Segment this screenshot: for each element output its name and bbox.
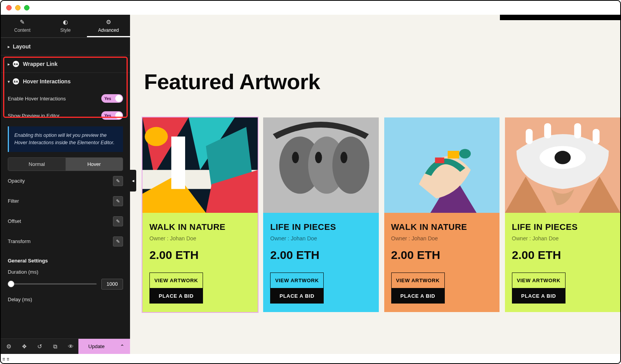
duration-input[interactable] (101, 279, 123, 290)
svg-rect-8 (171, 136, 185, 189)
svg-rect-27 (574, 123, 581, 138)
resize-grip[interactable]: ⠿⠿ (2, 358, 11, 362)
svg-rect-26 (544, 123, 551, 138)
sidebar-bottom-bar: ⚙ ❖ ↺ ⧉ 👁 Update ⌃ (1, 338, 130, 354)
view-artwork-button[interactable]: VIEW ARTWORK (391, 273, 445, 288)
view-artwork-button[interactable]: VIEW ARTWORK (270, 273, 324, 288)
navigator-button[interactable]: ❖ (16, 339, 32, 354)
toggle-value: Yes (104, 114, 111, 118)
place-bid-button[interactable]: PLACE A BID (391, 288, 445, 304)
delay-label: Delay (ms) (8, 294, 123, 302)
tab-style[interactable]: ◐ Style (44, 15, 87, 37)
contrast-icon: ◐ (44, 19, 87, 26)
minimize-traffic-light[interactable] (15, 5, 21, 10)
tab-advanced[interactable]: ⚙ Advanced (87, 15, 130, 37)
close-traffic-light[interactable] (6, 5, 12, 10)
layers-icon: ❖ (22, 343, 27, 350)
artwork-owner: Owner : Johan Doe (270, 235, 371, 242)
editor-sidebar: ✎ Content ◐ Style ⚙ Advanced ▸ Layout (1, 15, 130, 354)
collapse-sidebar-handle[interactable]: ◂ (130, 170, 136, 191)
artwork-image (263, 117, 378, 213)
section-hover-interactions[interactable]: ▾ EA Hover Interactions (1, 73, 130, 90)
chevron-up-icon: ⌃ (120, 343, 125, 350)
place-bid-button[interactable]: PLACE A BID (149, 288, 203, 304)
duration-slider[interactable] (8, 283, 97, 285)
place-bid-button[interactable]: PLACE A BID (270, 288, 324, 304)
tab-content-label: Content (14, 28, 30, 33)
svg-rect-20 (435, 157, 444, 163)
update-options-button[interactable]: ⌃ (114, 339, 130, 354)
prop-filter-label: Filter (8, 198, 19, 204)
toggle-knob (115, 112, 122, 119)
update-button[interactable]: Update (78, 339, 114, 354)
toggle-value: Yes (104, 97, 111, 101)
state-normal[interactable]: Normal (8, 158, 66, 171)
tab-style-label: Style (60, 28, 71, 33)
enable-hover-label: Enable Hover Interactions (8, 96, 66, 102)
pencil-icon: ✎ (116, 219, 120, 224)
artwork-price: 2.00 ETH (512, 248, 613, 262)
general-settings-header: General Settings (8, 252, 123, 267)
prop-offset-label: Offset (8, 218, 21, 224)
view-artwork-button[interactable]: VIEW ARTWORK (149, 273, 203, 288)
view-artwork-button[interactable]: VIEW ARTWORK (512, 273, 565, 288)
responsive-button[interactable]: ⧉ (47, 339, 63, 354)
duration-label: Duration (ms) (8, 267, 123, 277)
svg-point-16 (340, 152, 347, 164)
svg-point-24 (555, 151, 571, 164)
preview-button[interactable]: 👁 (63, 339, 78, 354)
editor-canvas[interactable]: Featured Artwork (130, 15, 620, 354)
artwork-owner: Owner : Johan Doe (512, 235, 613, 242)
section-wrapper-link[interactable]: ▸ EA Wrapper Link (1, 55, 130, 72)
slider-thumb[interactable] (8, 281, 14, 287)
edit-transform-button[interactable]: ✎ (113, 236, 123, 247)
pencil-icon: ✎ (116, 198, 120, 204)
artwork-card[interactable]: WALK IN NATURE Owner : Johan Doe 2.00 ET… (384, 117, 500, 312)
artwork-title: WALK IN NATURE (149, 222, 251, 232)
chevron-right-icon: ▸ (8, 62, 10, 66)
decorative-top-band (500, 15, 620, 20)
edit-opacity-button[interactable]: ✎ (113, 176, 123, 186)
artwork-image (142, 117, 258, 213)
devices-icon: ⧉ (53, 343, 57, 350)
maximize-traffic-light[interactable] (24, 5, 29, 10)
artwork-title: WALK IN NATURE (391, 222, 493, 232)
artwork-price: 2.00 ETH (391, 248, 493, 262)
chevron-left-icon: ◂ (132, 178, 134, 183)
svg-point-3 (145, 127, 168, 146)
artwork-card[interactable]: WALK IN NATURE Owner : Johan Doe 2.00 ET… (142, 117, 258, 312)
show-preview-label: Show Preview in Editor (8, 113, 60, 119)
page-title: Featured Artwork (130, 15, 620, 94)
artwork-owner: Owner : Johan Doe (391, 235, 493, 242)
artwork-image (505, 117, 620, 213)
artwork-price: 2.00 ETH (270, 248, 371, 262)
tab-content[interactable]: ✎ Content (1, 15, 44, 37)
artwork-price: 2.00 ETH (149, 248, 251, 262)
chevron-right-icon: ▸ (8, 45, 10, 49)
artwork-title: LIFE IN PIECES (270, 222, 371, 232)
history-button[interactable]: ↺ (32, 339, 47, 354)
enable-hover-toggle[interactable]: Yes (101, 94, 123, 103)
settings-button[interactable]: ⚙ (1, 339, 16, 354)
ea-badge-icon: EA (13, 61, 19, 67)
card-grid: WALK IN NATURE Owner : Johan Doe 2.00 ET… (130, 94, 620, 312)
svg-point-21 (459, 149, 471, 159)
section-layout[interactable]: ▸ Layout (1, 38, 130, 55)
pencil-icon: ✎ (116, 178, 120, 184)
artwork-owner: Owner : Johan Doe (149, 235, 251, 242)
state-hover[interactable]: Hover (66, 158, 123, 171)
eye-icon: 👁 (68, 343, 74, 350)
edit-filter-button[interactable]: ✎ (113, 196, 123, 206)
editor-tabs: ✎ Content ◐ Style ⚙ Advanced (1, 15, 130, 38)
svg-point-14 (292, 152, 299, 164)
gear-icon: ⚙ (6, 343, 11, 350)
toggle-knob (115, 95, 122, 102)
section-hover-interactions-label: Hover Interactions (23, 78, 71, 85)
artwork-card[interactable]: LIFE IN PIECES Owner : Johan Doe 2.00 ET… (505, 117, 620, 312)
panel-body: ▸ Layout ▸ EA Wrapper Link ▾ EA Hove (1, 38, 130, 354)
show-preview-toggle[interactable]: Yes (101, 111, 123, 120)
place-bid-button[interactable]: PLACE A BID (512, 288, 565, 304)
artwork-card[interactable]: LIFE IN PIECES Owner : Johan Doe 2.00 ET… (263, 117, 378, 312)
edit-offset-button[interactable]: ✎ (113, 216, 123, 226)
artwork-image (384, 117, 500, 213)
